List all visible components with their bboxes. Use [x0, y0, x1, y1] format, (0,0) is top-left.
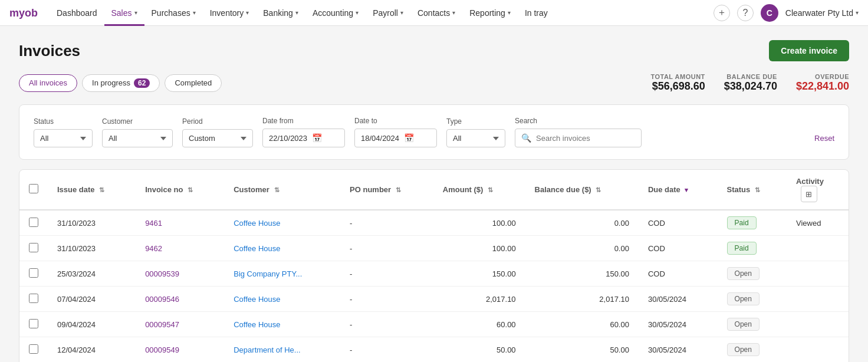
row-activity	[787, 337, 849, 363]
row-due-date: COD	[639, 210, 718, 236]
date-to-label: Date to	[354, 117, 437, 125]
status-label: Status	[34, 117, 93, 126]
date-from-label: Date from	[262, 117, 345, 125]
totals-row: TOTAL AMOUNT $56,698.60 BALANCE DUE $38,…	[650, 73, 849, 93]
nav-item-intray[interactable]: In tray	[518, 0, 555, 26]
nav-item-dashboard[interactable]: Dashboard	[50, 0, 104, 26]
logo[interactable]: myob	[9, 7, 38, 19]
table-row: 09/04/2024 00009547 Coffee House - 60.00…	[19, 312, 849, 337]
col-invoice-no[interactable]: Invoice no ⇅	[136, 170, 224, 210]
status-select[interactable]: All Open Paid Draft Overdue	[34, 129, 93, 147]
tab-all-invoices[interactable]: All invoices	[19, 74, 77, 92]
invoice-no-link[interactable]: 00009549	[145, 345, 179, 354]
col-issue-date[interactable]: Issue date ⇅	[48, 170, 136, 210]
row-checkbox[interactable]	[29, 243, 38, 252]
row-due-date: 30/05/2024	[639, 312, 718, 337]
row-status: Open	[718, 261, 787, 287]
nav-item-purchases[interactable]: Purchases ▾	[144, 0, 203, 26]
help-button[interactable]: ?	[737, 5, 754, 21]
svg-text:myob: myob	[9, 7, 38, 19]
add-button[interactable]: ＋	[714, 5, 730, 21]
in-progress-label: In progress	[92, 78, 130, 87]
invoice-no-link[interactable]: 00009547	[145, 320, 179, 329]
row-balance-due: 2,017.10	[525, 287, 639, 312]
company-selector[interactable]: Clearwater Pty Ltd ▾	[785, 8, 859, 18]
col-status[interactable]: Status ⇅	[718, 170, 787, 210]
nav-item-contacts[interactable]: Contacts ▾	[410, 0, 462, 26]
date-from-input[interactable]: 22/10/2023 📅	[262, 129, 345, 147]
row-issue-date: 31/10/2023	[48, 210, 136, 236]
customer-select[interactable]: All	[102, 129, 173, 147]
customer-link[interactable]: Coffee House	[234, 295, 280, 304]
status-badge: Open	[727, 318, 760, 331]
col-balance-due[interactable]: Balance due ($) ⇅	[525, 170, 639, 210]
invoice-no-link[interactable]: 00009546	[145, 295, 179, 304]
customer-link[interactable]: Coffee House	[234, 219, 280, 228]
row-invoice-no: 00009547	[136, 312, 224, 337]
total-amount: TOTAL AMOUNT $56,698.60	[650, 73, 705, 93]
row-status: Open	[718, 287, 787, 312]
row-balance-due: 60.00	[525, 312, 639, 337]
status-badge: Open	[727, 292, 760, 305]
customer-link[interactable]: Department of He...	[234, 345, 300, 354]
nav-item-payroll[interactable]: Payroll ▾	[366, 0, 410, 26]
row-po-number: -	[340, 337, 433, 363]
row-checkbox[interactable]	[29, 294, 38, 303]
nav-item-accounting[interactable]: Accounting ▾	[305, 0, 366, 26]
nav-item-inventory[interactable]: Inventory ▾	[203, 0, 257, 26]
customer-link[interactable]: Big Company PTY...	[234, 269, 302, 278]
row-invoice-no: 00009539	[136, 261, 224, 287]
search-input[interactable]	[536, 134, 635, 143]
select-all-checkbox[interactable]	[29, 184, 38, 193]
sort-balance-icon: ⇅	[596, 186, 601, 193]
invoice-no-link[interactable]: 00009539	[145, 269, 179, 278]
status-badge: Open	[727, 343, 760, 356]
tab-completed[interactable]: Completed	[165, 74, 222, 92]
row-po-number: -	[340, 236, 433, 261]
invoice-no-link[interactable]: 9461	[145, 219, 162, 228]
column-settings-button[interactable]: ⊞	[801, 186, 817, 202]
tab-in-progress[interactable]: In progress 62	[82, 74, 160, 92]
in-progress-badge: 62	[134, 78, 150, 88]
create-invoice-button[interactable]: Create invoice	[769, 40, 849, 61]
row-po-number: -	[340, 210, 433, 236]
type-select[interactable]: All Invoice Credit	[446, 129, 505, 147]
col-po-number[interactable]: PO number ⇅	[340, 170, 433, 210]
filter-panel: Status All Open Paid Draft Overdue Custo…	[19, 104, 849, 160]
row-checkbox-cell	[19, 337, 48, 363]
row-amount: 150.00	[433, 261, 525, 287]
total-amount-label: TOTAL AMOUNT	[650, 73, 705, 80]
type-filter-group: Type All Invoice Credit	[446, 117, 505, 147]
table-body: 31/10/2023 9461 Coffee House - 100.00 0.…	[19, 210, 849, 362]
row-checkbox[interactable]	[29, 319, 38, 328]
reset-link[interactable]: Reset	[814, 134, 834, 147]
row-checkbox[interactable]	[29, 268, 38, 278]
customer-link[interactable]: Coffee House	[234, 244, 280, 253]
completed-label: Completed	[175, 78, 212, 87]
row-balance-due: 0.00	[525, 236, 639, 261]
row-checkbox[interactable]	[29, 218, 38, 227]
invoice-no-link[interactable]: 9462	[145, 244, 162, 253]
row-activity	[787, 261, 849, 287]
nav-item-banking[interactable]: Banking ▾	[256, 0, 305, 26]
col-amount[interactable]: Amount ($) ⇅	[433, 170, 525, 210]
date-to-input[interactable]: 18/04/2024 📅	[354, 129, 437, 147]
nav-item-sales[interactable]: Sales ▾	[104, 0, 144, 26]
col-due-date[interactable]: Due date ▾	[639, 170, 718, 210]
row-status: Open	[718, 312, 787, 337]
customer-filter-group: Customer All	[102, 117, 173, 147]
table-row: 07/04/2024 00009546 Coffee House - 2,017…	[19, 287, 849, 312]
row-checkbox[interactable]	[29, 344, 38, 354]
row-amount: 100.00	[433, 236, 525, 261]
customer-link[interactable]: Coffee House	[234, 320, 280, 329]
nav-item-reporting[interactable]: Reporting ▾	[462, 0, 518, 26]
date-from-group: Date from 22/10/2023 📅	[262, 117, 345, 147]
top-navigation: myob Dashboard Sales ▾ Purchases ▾ Inven…	[0, 0, 868, 26]
banking-chevron-icon: ▾	[295, 9, 298, 16]
row-activity	[787, 312, 849, 337]
row-amount: 60.00	[433, 312, 525, 337]
row-issue-date: 07/04/2024	[48, 287, 136, 312]
period-select[interactable]: Custom This month Last month This year	[182, 129, 253, 147]
user-avatar[interactable]: C	[761, 4, 778, 22]
col-customer[interactable]: Customer ⇅	[224, 170, 340, 210]
